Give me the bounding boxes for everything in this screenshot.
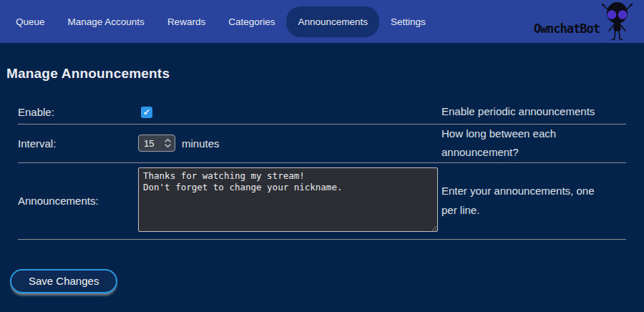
logo: OwnchatBot [534, 1, 634, 42]
interval-label: Interval: [18, 137, 138, 150]
announcements-row: Announcements: Thanks for watching my st… [18, 163, 626, 240]
page-title: Manage Announcements [6, 66, 644, 82]
interval-help-text: How long between each announcement? [441, 125, 626, 162]
announcements-help-text: Enter your announcements, one per line. [441, 182, 626, 220]
nav-tab-settings[interactable]: Settings [379, 6, 437, 37]
logo-text: OwnchatBot [534, 21, 600, 42]
nav-tabs: Queue Manage Accounts Rewards Categories… [4, 6, 437, 37]
interval-stepper[interactable] [164, 139, 175, 147]
main-content: Manage Announcements Enable: ✓ Enable pe… [0, 66, 644, 293]
chevron-up-icon [165, 139, 171, 142]
nav-tab-announcements[interactable]: Announcements [286, 6, 379, 37]
announcements-textarea[interactable]: Thanks for watching my stream! Don't for… [138, 167, 438, 232]
check-icon: ✓ [143, 108, 150, 117]
interval-row: Interval: 15 minutes How long between ea… [18, 125, 626, 163]
announcements-form: Enable: ✓ Enable periodic announcements … [18, 100, 626, 240]
enable-help-text: Enable periodic announcements [441, 102, 626, 121]
interval-value: 15 [139, 138, 164, 149]
nav-tab-rewards[interactable]: Rewards [156, 6, 217, 37]
enable-checkbox[interactable]: ✓ [141, 107, 152, 118]
chevron-down-icon [165, 144, 171, 147]
save-changes-button[interactable]: Save Changes [10, 269, 117, 293]
nav-tab-categories[interactable]: Categories [217, 6, 286, 37]
robot-icon [600, 1, 634, 42]
interval-unit-label: minutes [182, 137, 220, 150]
nav-tab-queue[interactable]: Queue [4, 6, 57, 37]
interval-input[interactable]: 15 [138, 135, 175, 152]
top-navbar: Queue Manage Accounts Rewards Categories… [0, 0, 644, 43]
enable-row: Enable: ✓ Enable periodic announcements [18, 100, 626, 125]
nav-tab-manage-accounts[interactable]: Manage Accounts [57, 6, 156, 37]
enable-label: Enable: [18, 106, 138, 118]
announcements-label: Announcements: [18, 195, 138, 207]
